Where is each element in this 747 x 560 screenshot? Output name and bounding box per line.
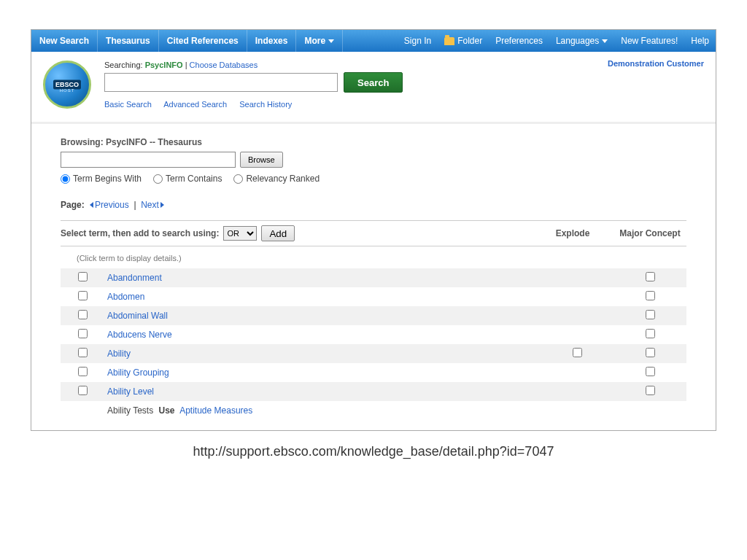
nav-thesaurus[interactable]: Thesaurus <box>98 30 159 52</box>
term-select-checkbox[interactable] <box>78 386 88 395</box>
major-concept-checkbox[interactable] <box>646 386 655 395</box>
search-header: EBSCO HOST Searching: PsycINFO | Choose … <box>31 52 716 119</box>
browse-button[interactable]: Browse <box>240 152 283 168</box>
browse-input[interactable] <box>61 152 236 168</box>
table-row: Ability Level <box>61 382 686 401</box>
term-link[interactable]: Abducens Nerve <box>107 330 172 340</box>
nav-more-label: More <box>304 36 325 46</box>
term-select-checkbox[interactable] <box>78 367 88 376</box>
use-target-link[interactable]: Aptitude Measures <box>179 405 252 416</box>
search-button[interactable]: Search <box>344 72 403 93</box>
radio-term-contains[interactable]: Term Contains <box>153 174 222 184</box>
term-table: AbandonmentAbdomenAbdominal WallAbducens… <box>61 268 686 401</box>
nav-folder[interactable]: Folder <box>438 30 489 52</box>
app-frame: New Search Thesaurus Cited References In… <box>31 29 716 431</box>
term-select-checkbox[interactable] <box>78 272 88 281</box>
radio-term-begins-with[interactable]: Term Begins With <box>61 174 142 184</box>
term-link[interactable]: Ability Grouping <box>107 368 169 378</box>
operator-select[interactable]: OR AND NOT <box>223 226 257 241</box>
column-header-explode: Explode <box>536 228 609 238</box>
nav-preferences[interactable]: Preferences <box>489 30 549 52</box>
chevron-down-icon <box>328 39 334 43</box>
nav-spacer <box>343 30 398 52</box>
separator <box>31 122 716 124</box>
nav-indexes[interactable]: Indexes <box>247 30 297 52</box>
term-select-checkbox[interactable] <box>78 329 88 338</box>
nav-new-search[interactable]: New Search <box>31 30 98 52</box>
term-link[interactable]: Abdomen <box>107 292 144 302</box>
nav-more[interactable]: More <box>296 30 343 52</box>
basic-search-link[interactable]: Basic Search <box>104 100 152 109</box>
table-row: Ability Grouping <box>61 363 686 382</box>
term-link[interactable]: Ability <box>107 349 131 359</box>
radio-input-begins[interactable] <box>61 174 70 184</box>
choose-databases-link[interactable]: Choose Databases <box>190 61 258 69</box>
page-next-link[interactable]: Next <box>141 200 164 210</box>
chevron-down-icon <box>602 39 608 43</box>
term-select-checkbox[interactable] <box>78 291 88 300</box>
browse-row: Browse <box>61 152 686 168</box>
major-concept-checkbox[interactable] <box>646 291 655 300</box>
pagination: Page: Previous | Next <box>61 200 686 210</box>
searching-prefix: Searching: <box>104 61 143 69</box>
table-row: Abandonment <box>61 268 686 287</box>
nav-signin[interactable]: Sign In <box>398 30 438 52</box>
search-history-link[interactable]: Search History <box>239 100 292 109</box>
explode-checkbox[interactable] <box>573 348 582 357</box>
add-button[interactable]: Add <box>261 225 295 241</box>
nav-cited-references[interactable]: Cited References <box>159 30 247 52</box>
term-select-checkbox[interactable] <box>78 310 88 319</box>
advanced-search-link[interactable]: Advanced Search <box>163 100 227 109</box>
table-row: Ability <box>61 344 686 363</box>
nav-languages[interactable]: Languages <box>549 30 614 52</box>
nav-help[interactable]: Help <box>684 30 716 52</box>
thesaurus-content: Browsing: PsycINFO -- Thesaurus Browse T… <box>31 137 716 430</box>
major-concept-checkbox[interactable] <box>646 310 655 319</box>
major-concept-checkbox[interactable] <box>646 348 655 357</box>
ebsco-logo[interactable]: EBSCO HOST <box>43 61 91 109</box>
term-select-checkbox[interactable] <box>78 348 88 357</box>
use-term: Ability Tests <box>107 405 153 416</box>
radio-input-relevancy[interactable] <box>233 174 243 184</box>
click-term-hint: (Click term to display details.) <box>61 246 686 268</box>
current-database: PsycINFO <box>145 61 183 69</box>
radio-input-contains[interactable] <box>153 174 163 184</box>
select-bar-label: Select term, then add to search using: <box>61 228 219 238</box>
top-nav: New Search Thesaurus Cited References In… <box>31 30 716 52</box>
demonstration-customer-link[interactable]: Demonstration Customer <box>608 59 704 68</box>
select-bar: Select term, then add to search using: O… <box>61 220 686 246</box>
table-row: Abducens Nerve <box>61 325 686 344</box>
page-label: Page: <box>61 200 85 210</box>
term-link[interactable]: Abandonment <box>107 273 162 283</box>
major-concept-checkbox[interactable] <box>646 367 655 376</box>
page-previous-link[interactable]: Previous <box>90 200 129 210</box>
search-input[interactable] <box>104 73 338 92</box>
major-concept-checkbox[interactable] <box>646 272 655 281</box>
column-header-major: Major Concept <box>614 228 686 238</box>
table-row: Abdomen <box>61 287 686 306</box>
browse-mode-radios: Term Begins With Term Contains Relevancy… <box>61 174 686 184</box>
nav-folder-label: Folder <box>457 36 482 46</box>
logo-subtext: HOST <box>60 88 75 93</box>
triangle-right-icon <box>160 202 164 208</box>
major-concept-checkbox[interactable] <box>646 329 655 338</box>
use-reference-row: Ability Tests Use Aptitude Measures <box>61 401 686 417</box>
folder-icon <box>444 37 454 45</box>
search-row: Search <box>104 72 704 93</box>
triangle-left-icon <box>90 202 93 208</box>
nav-languages-label: Languages <box>556 36 599 46</box>
nav-new-features[interactable]: New Features! <box>614 30 684 52</box>
term-link[interactable]: Abdominal Wall <box>107 311 168 321</box>
table-row: Abdominal Wall <box>61 306 686 325</box>
browsing-label: Browsing: PsycINFO -- Thesaurus <box>61 137 686 147</box>
use-label: Use <box>158 405 174 416</box>
search-sublinks: Basic Search Advanced Search Search Hist… <box>104 100 704 109</box>
radio-relevancy-ranked[interactable]: Relevancy Ranked <box>233 174 320 184</box>
caption-url: http://support.ebsco.com/knowledge_base/… <box>0 444 747 459</box>
term-link[interactable]: Ability Level <box>107 386 154 397</box>
